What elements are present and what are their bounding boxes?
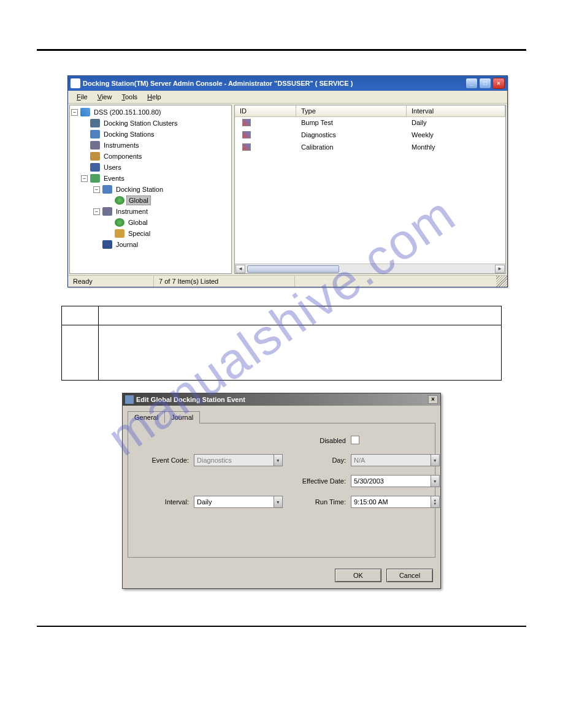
- column-id[interactable]: ID: [235, 105, 296, 116]
- tree-view[interactable]: − DSS (200.151.100.80) Docking Station C…: [69, 105, 232, 274]
- tab-panel-general: Disabled Event Code: ▼ Day: ▼ Effective …: [128, 423, 435, 558]
- events-icon: [90, 174, 100, 183]
- column-headers: ID Type Interval: [235, 105, 505, 117]
- list-row[interactable]: Calibration Monthly: [235, 142, 505, 154]
- page-bottom-rule: [37, 626, 526, 627]
- component-icon: [90, 152, 100, 161]
- spinner-icon[interactable]: ▲▼: [431, 496, 440, 508]
- menu-help[interactable]: Help: [142, 92, 166, 102]
- tree-users[interactable]: Users: [71, 162, 230, 173]
- menu-view[interactable]: View: [93, 92, 117, 102]
- row-type: Diagnostics: [296, 131, 407, 140]
- status-ready: Ready: [68, 276, 154, 287]
- maximize-button[interactable]: □: [479, 78, 491, 89]
- event-icon: [242, 131, 251, 138]
- tab-strip: General Journal: [128, 411, 435, 423]
- tree-docking-stations[interactable]: Docking Stations: [71, 129, 230, 140]
- row-interval: Weekly: [407, 131, 439, 140]
- column-interval[interactable]: Interval: [407, 105, 505, 116]
- server-icon: [80, 108, 90, 116]
- scroll-right-button[interactable]: ►: [495, 265, 505, 273]
- tree-events-docking-global[interactable]: Global: [71, 195, 230, 206]
- dropdown-icon[interactable]: ▼: [431, 475, 440, 487]
- column-type[interactable]: Type: [296, 105, 407, 116]
- tree-events-docking[interactable]: −Docking Station: [71, 184, 230, 195]
- disabled-checkbox[interactable]: [351, 436, 359, 444]
- label-run-time: Run Time:: [288, 498, 346, 506]
- menu-tools[interactable]: Tools: [117, 92, 142, 102]
- scroll-thumb[interactable]: [247, 265, 339, 273]
- globe-icon: [115, 218, 124, 227]
- dialog-close-button[interactable]: ×: [428, 395, 438, 404]
- resize-grip[interactable]: [496, 276, 507, 287]
- cluster-icon: [90, 119, 100, 127]
- dock-icon: [102, 185, 112, 194]
- dock-icon: [90, 130, 100, 138]
- cancel-button[interactable]: Cancel: [386, 569, 433, 582]
- tree-events[interactable]: −Events: [71, 173, 230, 184]
- menubar: File View Tools Help: [68, 91, 507, 104]
- label-day: Day:: [288, 457, 346, 464]
- run-time-input[interactable]: [351, 496, 431, 508]
- label-disabled: Disabled: [288, 437, 346, 444]
- instrument-icon: [90, 141, 100, 150]
- minimize-button[interactable]: _: [465, 78, 478, 89]
- row-interval: Daily: [407, 118, 431, 128]
- tab-general[interactable]: General: [128, 411, 165, 423]
- list-view[interactable]: ID Type Interval Bump Test Daily Diagnos…: [234, 105, 506, 274]
- dialog-title: Edit Global Docking Station Event: [136, 396, 428, 403]
- scroll-left-button[interactable]: ◄: [236, 265, 245, 273]
- globe-icon: [115, 196, 124, 205]
- event-code-select: [194, 454, 274, 466]
- status-bar: Ready 7 of 7 Item(s) Listed: [68, 275, 507, 287]
- ok-button[interactable]: OK: [335, 569, 381, 582]
- tree-clusters[interactable]: Docking Station Clusters: [71, 118, 230, 129]
- interval-select[interactable]: [194, 496, 274, 508]
- dropdown-icon[interactable]: ▼: [274, 496, 283, 508]
- dialog-icon: [125, 395, 134, 404]
- row-interval: Monthly: [407, 143, 440, 153]
- row-type: Bump Test: [296, 118, 407, 128]
- label-effective-date: Effective Date:: [288, 477, 346, 485]
- tree-root[interactable]: − DSS (200.151.100.80): [71, 107, 230, 118]
- dropdown-icon: ▼: [274, 454, 283, 466]
- edit-event-dialog: Edit Global Docking Station Event × Gene…: [122, 393, 441, 589]
- effective-date-input[interactable]: [351, 475, 431, 487]
- tree-instruments[interactable]: Instruments: [71, 140, 230, 151]
- dialog-titlebar[interactable]: Edit Global Docking Station Event ×: [123, 393, 440, 406]
- horizontal-scrollbar[interactable]: ◄ ►: [235, 264, 505, 273]
- page-top-rule: [37, 49, 526, 51]
- close-button[interactable]: ×: [492, 78, 505, 89]
- app-icon: [71, 78, 80, 88]
- special-icon: [115, 229, 124, 238]
- list-row[interactable]: Bump Test Daily: [235, 117, 505, 129]
- label-interval: Interval:: [137, 498, 189, 506]
- dropdown-icon: ▼: [431, 454, 440, 466]
- menu-file[interactable]: File: [72, 92, 93, 102]
- row-type: Calibration: [296, 143, 407, 153]
- users-icon: [90, 163, 100, 172]
- event-icon: [242, 119, 251, 126]
- journal-icon: [102, 240, 112, 249]
- tab-journal[interactable]: Journal: [164, 411, 200, 423]
- list-body: Bump Test Daily Diagnostics Weekly Calib…: [235, 117, 505, 264]
- tree-events-instrument-special[interactable]: Special: [71, 228, 230, 239]
- tree-events-instrument-global[interactable]: Global: [71, 217, 230, 228]
- instrument-icon: [102, 207, 112, 216]
- window-title: Docking Station(TM) Server Admin Console…: [83, 80, 465, 87]
- label-event-code: Event Code:: [137, 457, 189, 464]
- admin-console-window: Docking Station(TM) Server Admin Console…: [67, 75, 508, 287]
- status-items: 7 of 7 Item(s) Listed: [154, 276, 295, 287]
- tree-components[interactable]: Components: [71, 151, 230, 162]
- list-row[interactable]: Diagnostics Weekly: [235, 129, 505, 142]
- tree-events-journal[interactable]: Journal: [71, 239, 230, 250]
- day-select: [351, 454, 431, 466]
- tree-events-instrument[interactable]: −Instrument: [71, 206, 230, 217]
- event-icon: [242, 143, 251, 151]
- titlebar[interactable]: Docking Station(TM) Server Admin Console…: [68, 76, 507, 91]
- layout-table: [61, 306, 502, 381]
